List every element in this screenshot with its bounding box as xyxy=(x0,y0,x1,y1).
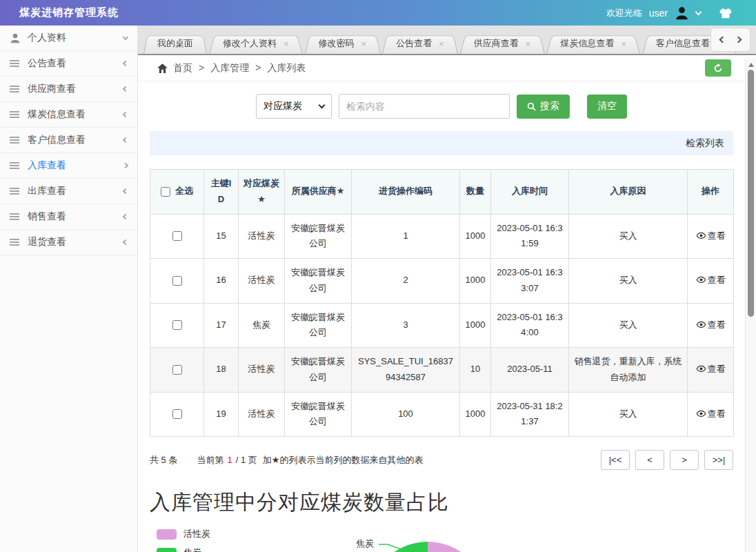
tab-我的桌面[interactable]: 我的桌面 xyxy=(143,33,207,54)
eye-icon xyxy=(696,232,706,239)
column-header: 主键ID xyxy=(204,170,239,215)
user-icon xyxy=(10,32,25,43)
close-tab-icon[interactable]: × xyxy=(361,39,367,48)
legend-label: 活性炭 xyxy=(183,528,210,540)
column-header: 所属供应商★ xyxy=(285,170,352,215)
column-header: 入库原因 xyxy=(569,170,688,215)
pager-button[interactable]: > xyxy=(670,450,699,470)
row-checkbox[interactable] xyxy=(172,231,182,241)
legend-item-活性炭[interactable]: 活性炭 xyxy=(157,528,745,540)
table-row: 18活性炭安徽皖晋煤炭公司SYS_SALE_TUI_16837943425871… xyxy=(150,348,734,393)
table-cell: 安徽皖晋煤炭公司 xyxy=(285,303,352,348)
table-row: 16活性炭安徽皖晋煤炭公司210002023-05-01 16:33:07买入 … xyxy=(150,259,734,304)
view-link[interactable]: 查看 xyxy=(696,408,726,419)
table-cell: 活性炭 xyxy=(239,214,285,259)
column-header: 进货操作编码 xyxy=(352,170,460,215)
sidebar-item-煤炭信息查看[interactable]: 煤炭信息查看 xyxy=(0,102,137,128)
eye-icon xyxy=(696,365,706,373)
sidebar-item-出库查看[interactable]: 出库查看 xyxy=(0,179,137,204)
breadcrumb-item: 入库列表 xyxy=(267,62,306,73)
tab-修改密码[interactable]: 修改密码× xyxy=(305,33,381,54)
table-cell: 安徽皖晋煤炭公司 xyxy=(285,392,352,437)
tab-修改个人资料[interactable]: 修改个人资料× xyxy=(209,33,303,54)
sidebar-item-供应商查看[interactable]: 供应商查看 xyxy=(0,77,137,102)
view-link[interactable]: 查看 xyxy=(696,230,726,241)
table-cell: 10 xyxy=(460,348,491,393)
vertical-scrollbar[interactable] xyxy=(745,59,756,552)
records-table: 全选主键ID对应煤炭★所属供应商★进货操作编码数量入库时间入库原因操作 15活性… xyxy=(150,169,734,437)
table-cell: 安徽皖晋煤炭公司 xyxy=(285,348,352,393)
star-note: 加★的列表示当前列的数据来自其他的表 xyxy=(263,454,424,466)
table-cell: 活性炭 xyxy=(239,348,285,393)
user-avatar-icon[interactable] xyxy=(675,6,689,20)
table-cell: 100 xyxy=(352,392,460,437)
table-cell: 19 xyxy=(204,392,239,437)
pagination: |<<<>>>| xyxy=(601,450,733,470)
tab-label: 我的桌面 xyxy=(157,37,193,50)
tab-公告查看[interactable]: 公告查看× xyxy=(382,33,458,54)
clear-button[interactable]: 清空 xyxy=(587,95,627,119)
pager-button[interactable]: |<< xyxy=(601,450,630,470)
tab-strip: 我的桌面修改个人资料×修改密码×公告查看×供应商查看×煤炭信息查看×客户信息查看… xyxy=(138,26,756,55)
search-button[interactable]: 搜索 xyxy=(517,95,570,119)
column-header: 全选 xyxy=(150,170,204,215)
eye-icon xyxy=(696,276,706,284)
view-link[interactable]: 查看 xyxy=(696,364,726,374)
view-link[interactable]: 查看 xyxy=(696,319,726,330)
chevron-down-icon xyxy=(123,34,128,39)
table-cell: SYS_SALE_TUI_1683794342587 xyxy=(352,348,460,393)
content-panel: 首页>入库管理>入库列表 对应煤炭 搜索 清空 xyxy=(138,55,745,552)
row-checkbox[interactable] xyxy=(172,276,182,286)
legend-label: 焦炭 xyxy=(183,546,201,552)
search-input[interactable] xyxy=(339,94,510,119)
tab-供应商查看[interactable]: 供应商查看× xyxy=(460,33,545,54)
pager-button[interactable]: < xyxy=(635,450,664,470)
table-row: 15活性炭安徽皖晋煤炭公司110002023-05-01 16:31:59买入 … xyxy=(150,214,734,259)
table-cell: 2023-05-11 xyxy=(491,348,569,393)
tab-label: 修改密码 xyxy=(319,37,355,50)
sidebar-item-客户信息查看[interactable]: 客户信息查看 xyxy=(0,128,137,153)
table-cell: 焦炭 xyxy=(239,303,285,348)
tab-scroll-right-icon[interactable] xyxy=(735,37,742,43)
close-tab-icon[interactable]: × xyxy=(621,39,626,48)
theme-shirt-icon[interactable] xyxy=(719,8,733,19)
row-checkbox[interactable] xyxy=(172,409,182,419)
scrollbar-up-arrow-icon[interactable] xyxy=(748,63,754,67)
refresh-button[interactable] xyxy=(705,59,731,77)
tab-煤炭信息查看[interactable]: 煤炭信息查看× xyxy=(546,33,640,54)
breadcrumb-item[interactable]: 入库管理 xyxy=(210,62,249,73)
eye-icon xyxy=(696,410,706,417)
search-field-select[interactable]: 对应煤炭 xyxy=(256,94,332,119)
sidebar-item-label: 退货查看 xyxy=(28,236,66,248)
close-tab-icon[interactable]: × xyxy=(526,39,531,48)
scrollbar-thumb[interactable] xyxy=(748,70,754,317)
list-bar-label: 检索列表 xyxy=(686,137,724,150)
row-checkbox[interactable] xyxy=(172,320,182,330)
current-page: 1 xyxy=(227,455,232,465)
sidebar-item-入库查看[interactable]: 入库查看 xyxy=(0,153,137,179)
chevron-left-icon xyxy=(123,61,128,66)
tab-scroll-left-icon[interactable] xyxy=(719,37,726,43)
row-checkbox[interactable] xyxy=(172,365,182,375)
app-window: 煤炭进销存管理系统 欢迎光临 user 个人资料公告查看供应商查看煤炭信息查看客… xyxy=(0,0,756,552)
sidebar-item-公告查看[interactable]: 公告查看 xyxy=(0,51,137,77)
menu-lines-icon xyxy=(10,213,25,220)
table-cell: 活性炭 xyxy=(239,392,285,437)
close-tab-icon[interactable]: × xyxy=(284,39,289,48)
select-all-checkbox[interactable] xyxy=(161,187,170,197)
table-row: 19活性炭安徽皖晋煤炭公司10010002023-05-31 18:21:37买… xyxy=(150,392,734,437)
sidebar-item-退货查看[interactable]: 退货查看 xyxy=(0,230,137,255)
table-cell: 15 xyxy=(204,214,239,259)
breadcrumb-item[interactable]: 首页 xyxy=(173,62,192,73)
sidebar: 个人资料公告查看供应商查看煤炭信息查看客户信息查看入库查看出库查看销售查看退货查… xyxy=(0,26,138,552)
chevron-left-icon xyxy=(123,239,128,245)
sidebar-item-销售查看[interactable]: 销售查看 xyxy=(0,204,137,230)
close-tab-icon[interactable]: × xyxy=(439,39,444,48)
sidebar-item-label: 销售查看 xyxy=(28,210,66,223)
pager-button[interactable]: >>| xyxy=(704,450,733,470)
sidebar-item-个人资料[interactable]: 个人资料 xyxy=(0,26,137,51)
table-cell: 销售退货，重新入库，系统自动添加 xyxy=(569,348,688,393)
view-link[interactable]: 查看 xyxy=(696,275,726,285)
tab-scroll-arrows xyxy=(710,28,750,52)
user-menu-chevron-icon[interactable] xyxy=(695,8,702,15)
